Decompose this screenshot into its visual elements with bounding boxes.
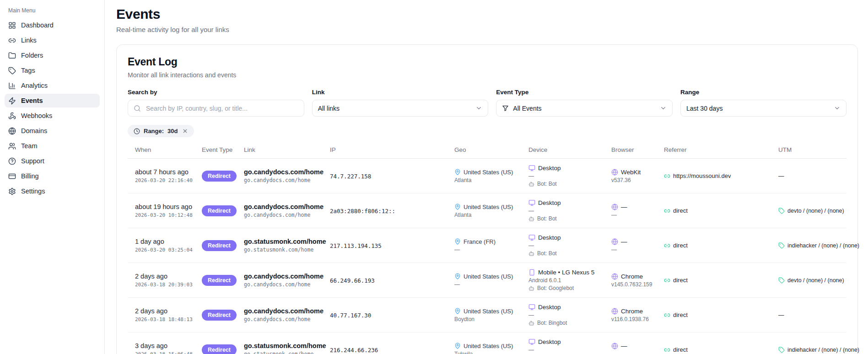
sidebar-item-events[interactable]: Events (5, 94, 100, 107)
bot-label: Bot: Bingbot (537, 320, 567, 326)
table-row[interactable]: 2 days ago 2026-03-18 20:39:03 Redirect … (128, 263, 846, 298)
event-type-badge: Redirect (202, 205, 237, 216)
cell-device: Desktop — Bot: Bot (528, 234, 611, 257)
referrer: direct (673, 242, 688, 249)
sidebar-item-label: Events (21, 97, 43, 104)
remove-filter-icon[interactable] (182, 128, 188, 134)
sidebar-item-label: Dashboard (21, 21, 54, 29)
cell-ip: 40.77.167.30 (330, 311, 454, 319)
utm-tag-icon (778, 277, 785, 284)
chip-label: Range: (144, 128, 164, 134)
monitor-icon (528, 165, 535, 172)
cell-event-type: Redirect (202, 344, 244, 354)
map-pin-icon (454, 308, 461, 314)
utm: indiehacker / (none) / (none) (787, 242, 859, 249)
search-icon (134, 105, 141, 112)
cell-link: go.candydocs.com/home go.candydocs.com/h… (244, 203, 330, 218)
cell-link: go.candydocs.com/home go.candydocs.com/h… (244, 307, 330, 322)
link-title[interactable]: go.candydocs.com/home (244, 273, 325, 280)
search-input[interactable] (145, 104, 298, 113)
zap-icon (8, 97, 16, 105)
link-select[interactable]: All links (312, 100, 489, 117)
map-pin-icon (454, 238, 461, 245)
filters-row: Search by Link All links Event Type (128, 89, 846, 117)
referrer-link-icon (664, 312, 670, 318)
event-type-badge: Redirect (202, 344, 237, 354)
event-log-card: Event Log Monitor all link interactions … (116, 44, 858, 354)
cell-geo: United States (US) Boydton (454, 308, 528, 322)
ip-address: 74.7.227.158 (330, 173, 371, 180)
browser-version: — (611, 247, 659, 253)
sidebar-item-domains[interactable]: Domains (5, 124, 100, 138)
table-header-row: WhenEvent TypeLinkIPGeoDeviceBrowserRefe… (128, 146, 846, 159)
cell-device: Desktop — Bot: DotBot (528, 338, 611, 354)
link-title[interactable]: go.candydocs.com/home (244, 168, 325, 176)
sidebar-item-tags[interactable]: Tags (5, 64, 100, 77)
events-table: WhenEvent TypeLinkIPGeoDeviceBrowserRefe… (128, 146, 846, 354)
chart-icon (8, 82, 16, 90)
referrer-link-icon (664, 277, 670, 284)
cell-utm: indiehacker / (none) / (none) (778, 242, 846, 249)
link-slug: go.candydocs.com/home (244, 316, 325, 322)
geo-country: France (FR) (464, 238, 496, 245)
event-type-select[interactable]: All Events (496, 100, 673, 117)
ip-address: 2a03:2880:f806:12:: (330, 208, 395, 215)
cell-utm: devto / (none) / (none) (778, 208, 846, 214)
browser-name: Chrome (621, 273, 643, 280)
device-label: Desktop (538, 304, 561, 311)
cell-event-type: Redirect (202, 240, 244, 251)
monitor-icon (528, 304, 535, 311)
sidebar-item-dashboard[interactable]: Dashboard (5, 18, 100, 32)
search-input-wrapper[interactable] (128, 100, 304, 117)
device-os: Android 6.0.1 (528, 277, 607, 284)
sidebar-item-label: Webhooks (21, 112, 52, 119)
clock-icon (134, 128, 140, 134)
table-row[interactable]: 2 days ago 2026-03-18 18:48:13 Redirect … (128, 298, 846, 333)
referrer-link-icon (664, 347, 670, 353)
browser-name: Chrome (621, 308, 643, 315)
cell-link: go.candydocs.com/home go.candydocs.com/h… (244, 273, 330, 288)
link-title[interactable]: go.statusmonk.com/home (244, 238, 325, 245)
range-select[interactable]: Last 30 days (680, 100, 846, 117)
column-header-geo: Geo (454, 146, 528, 153)
sidebar-item-webhooks[interactable]: Webhooks (5, 109, 100, 123)
link-slug: go.candydocs.com/home (244, 281, 325, 288)
event-type-badge: Redirect (202, 310, 237, 321)
sidebar-item-support[interactable]: Support (5, 154, 100, 168)
sidebar-item-analytics[interactable]: Analytics (5, 79, 100, 92)
geo-city: — (454, 281, 524, 288)
utm: indiehacker / (none) / (none) (787, 347, 859, 353)
cell-event-type: Redirect (202, 310, 244, 321)
event-timestamp: 2026-03-20 10:12:48 (135, 212, 197, 218)
cell-geo: United States (US) Atlanta (454, 169, 528, 183)
event-timestamp: 2026-03-20 22:16:40 (135, 177, 197, 183)
range-filter-chip[interactable]: Range: 30d (128, 125, 194, 137)
link-title[interactable]: go.statusmonk.com/home (244, 342, 325, 349)
table-row[interactable]: about 7 hours ago 2026-03-20 22:16:40 Re… (128, 159, 846, 193)
bot-icon (528, 285, 534, 291)
table-row[interactable]: 3 days ago 2026-03-18 15:06:48 Redirect … (128, 333, 846, 354)
event-relative-time: 2 days ago (135, 307, 197, 315)
link-slug: go.candydocs.com/home (244, 212, 325, 218)
geo-city: Atlanta (454, 212, 524, 218)
monitor-icon (528, 234, 535, 241)
sidebar-item-settings[interactable]: Settings (5, 184, 100, 198)
sidebar-item-billing[interactable]: Billing (5, 169, 100, 183)
globe-icon (8, 127, 16, 135)
sidebar-item-links[interactable]: Links (5, 33, 100, 47)
column-header-when: When (135, 146, 202, 153)
link-title[interactable]: go.candydocs.com/home (244, 203, 325, 210)
event-relative-time: 2 days ago (135, 273, 197, 280)
table-row[interactable]: about 19 hours ago 2026-03-20 10:12:48 R… (128, 193, 846, 228)
referrer-link-icon (664, 242, 670, 249)
cell-utm: — (778, 173, 846, 179)
cell-browser: — — (611, 238, 664, 253)
table-row[interactable]: 1 day ago 2026-03-20 03:25:04 Redirect g… (128, 228, 846, 263)
link-title[interactable]: go.candydocs.com/home (244, 307, 325, 315)
sidebar-item-folders[interactable]: Folders (5, 48, 100, 62)
ip-address: 216.244.66.236 (330, 347, 378, 354)
sidebar-item-team[interactable]: Team (5, 139, 100, 153)
utm-tag-icon (778, 242, 785, 249)
bot-label: Bot: Bot (537, 250, 557, 257)
cell-when: 2 days ago 2026-03-18 20:39:03 (135, 273, 202, 288)
